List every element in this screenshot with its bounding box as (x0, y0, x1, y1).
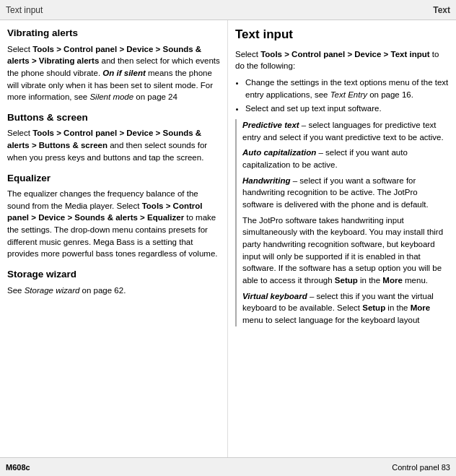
equalizer-heading: Equalizer (7, 171, 220, 186)
equalizer-tools-link: Tools > Control panel > Device > Sounds … (7, 202, 202, 222)
storage-wizard-link: Storage wizard (25, 286, 80, 295)
bottom-bar: M608c Control panel 83 (0, 457, 456, 476)
buttons-screen-text: Select Tools > Control panel > Device > … (7, 127, 220, 163)
buttons-screen-body: Select Tools > Control panel > Device > … (7, 127, 220, 163)
predictive-text-item: Predictive text – select languages for p… (242, 119, 449, 143)
setup-link: Setup (335, 276, 358, 285)
text-input-sub-section: Predictive text – select languages for p… (235, 119, 449, 326)
page-container: Text input Text Vibrating alerts Select … (0, 0, 456, 476)
equalizer-body: The equalizer changes the frequency bala… (7, 188, 220, 260)
top-bar-right-label: Text (433, 5, 450, 15)
auto-cap-item: Auto capitalization – select if you want… (242, 147, 449, 170)
jotpro-text: The JotPro software takes handwriting in… (242, 215, 449, 287)
main-content: Vibrating alerts Select Tools > Control … (0, 20, 456, 457)
storage-wizard-body: See Storage wizard on page 62. (7, 285, 220, 297)
buttons-tools-link: Tools > Control panel > Device > Sounds … (7, 129, 201, 150)
left-column: Vibrating alerts Select Tools > Control … (0, 20, 228, 457)
storage-wizard-text: See Storage wizard on page 62. (7, 285, 220, 297)
more-menu-link: More (382, 276, 402, 285)
device-model-label: M608c (6, 463, 30, 472)
on-if-silent: On if silent (102, 69, 145, 77)
equalizer-text: The equalizer changes the frequency bala… (7, 188, 220, 260)
predictive-text-label: Predictive text (242, 121, 299, 129)
more-menu-link-2: More (411, 303, 430, 312)
bullet-item-1: Change the settings in the text options … (245, 77, 449, 100)
setup-link-2: Setup (362, 303, 385, 312)
vibrating-alerts-heading: Vibrating alerts (7, 26, 220, 40)
auto-cap-label: Auto capitalization (242, 148, 316, 157)
virtual-keyboard-label: Virtual keyboard (242, 292, 307, 300)
right-column: Text input Select Tools > Control panel … (228, 20, 456, 457)
storage-wizard-heading: Storage wizard (7, 267, 220, 282)
top-bar-section-label: Text input (6, 5, 43, 15)
silent-mode-link: Silent mode (89, 92, 133, 101)
text-input-bullets: Change the settings in the text options … (245, 77, 449, 115)
section-page-label: Control panel 83 (392, 463, 450, 472)
virtual-keyboard-item: Virtual keyboard – select this if you wa… (242, 290, 449, 326)
top-bar: Text input Text (0, 0, 456, 20)
handwriting-label: Handwriting (242, 176, 290, 185)
handwriting-item: Handwriting – select if you want a softw… (242, 175, 449, 211)
text-entry-link: Text Entry (330, 90, 367, 99)
text-input-tools-link: Tools > Control panel > Device > Text in… (260, 50, 429, 59)
text-input-intro: Select Tools > Control panel > Device > … (235, 48, 449, 72)
vibrating-alerts-text: Select Tools > Control panel > Device > … (7, 43, 220, 103)
buttons-screen-heading: Buttons & screen (7, 111, 220, 125)
text-input-heading: Text input (235, 26, 449, 44)
vibrating-tools-link: Tools > Control panel > Device > Sounds … (7, 45, 201, 66)
bullet-item-2: Select and set up text input software. (245, 103, 449, 115)
vibrating-alerts-body: Select Tools > Control panel > Device > … (7, 43, 220, 103)
